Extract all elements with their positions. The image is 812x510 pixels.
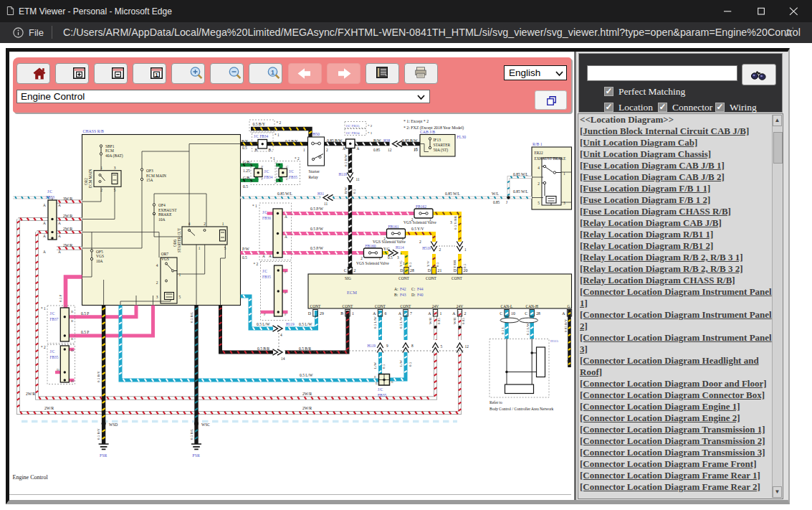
svg-text:0.5 B/Y: 0.5 B/Y (253, 122, 265, 126)
svg-text:* 2: * 2 (254, 262, 259, 266)
svg-text:0.5: 0.5 (242, 255, 247, 260)
svg-text:20: 20 (464, 268, 468, 273)
svg-text:E: E (374, 375, 376, 379)
svg-text:Body Control / Controller Area: Body Control / Controller Area Network (489, 407, 554, 411)
svg-text:W/L: W/L (492, 192, 500, 196)
svg-text:* 2: FXZ (Except 2018 Year Mod: * 2: FXZ (Except 2018 Year Model) (403, 126, 464, 131)
svg-text:WSD: WSD (109, 422, 118, 427)
svg-text:OF4: OF4 (158, 203, 166, 207)
svg-text:D: D (308, 311, 311, 316)
svg-text:VGS: VGS (161, 257, 169, 261)
svg-text:FB35: FB35 (289, 175, 297, 179)
svg-text:J/C: J/C (378, 387, 383, 392)
svg-text:0.85: 0.85 (373, 148, 381, 152)
svg-text:2: 2 (464, 311, 467, 316)
svg-text:3: 3 (156, 295, 158, 299)
svg-text:C:: C: (411, 287, 416, 291)
svg-text:0.5 Y/V: 0.5 Y/V (411, 227, 424, 231)
svg-text:4: 4 (538, 166, 540, 170)
svg-text:0.5 L/W: 0.5 L/W (300, 373, 313, 377)
svg-text:SBF1: SBF1 (105, 144, 115, 148)
svg-text:10: 10 (511, 311, 515, 316)
svg-text:VGS Solenoid Valve: VGS Solenoid Valve (403, 220, 436, 225)
svg-text:0.5 B/R: 0.5 B/R (299, 346, 311, 351)
svg-text:E: E (391, 380, 393, 384)
svg-text:H119: H119 (338, 172, 347, 176)
svg-text:J: J (506, 200, 507, 204)
svg-text:B:: B: (394, 293, 398, 297)
svg-text:0.85: 0.85 (462, 318, 465, 324)
svg-text:2W/R: 2W/R (26, 392, 35, 396)
svg-text:A: A (562, 311, 565, 316)
svg-text:FB35: FB35 (50, 355, 59, 359)
svg-text:4: 4 (188, 222, 191, 226)
svg-text:A: A (58, 250, 61, 254)
svg-text:3: 3 (114, 166, 116, 170)
svg-text:0.5 P: 0.5 P (81, 330, 89, 334)
svg-text:0.5 L/W: 0.5 L/W (399, 316, 403, 329)
svg-text:IF13: IF13 (434, 138, 441, 142)
svg-text:A: A (343, 146, 345, 151)
svg-text:5: 5 (441, 344, 443, 349)
svg-text:0.5 B/R: 0.5 B/R (257, 346, 269, 351)
svg-text:FL30: FL30 (457, 135, 467, 139)
svg-text:C: C (286, 165, 289, 169)
svg-text:STARTER: STARTER (434, 143, 451, 147)
svg-text:2W/R: 2W/R (63, 214, 72, 218)
svg-text:2: 2 (411, 217, 414, 222)
svg-text:C: C (500, 311, 502, 316)
svg-text:2W/R: 2W/R (302, 406, 312, 410)
svg-text:J/C: J/C (50, 311, 56, 316)
svg-text:H119: H119 (286, 322, 295, 326)
svg-text:Relay: Relay (309, 175, 319, 179)
svg-text:2: 2 (383, 237, 386, 241)
svg-text:FB35: FB35 (378, 393, 386, 397)
svg-text:A: A (357, 146, 360, 151)
svg-text:F43: F43 (400, 293, 406, 297)
svg-text:0.5 P/W: 0.5 P/W (310, 207, 324, 211)
svg-text:5: 5 (224, 246, 226, 250)
svg-text:D: D (57, 368, 59, 372)
svg-text:1: 1 (352, 311, 354, 316)
svg-text:0.85 B/W: 0.85 B/W (402, 138, 418, 143)
svg-text:FB161: FB161 (388, 225, 399, 229)
svg-text:B/W: B/W (373, 138, 381, 143)
svg-text:4: 4 (280, 333, 282, 337)
svg-text:40A (BAT): 40A (BAT) (105, 154, 123, 159)
svg-text:1: 1 (440, 311, 442, 316)
svg-text:12: 12 (388, 148, 392, 152)
svg-text:* 1: * 1 (368, 131, 373, 135)
svg-text:0.5: 0.5 (409, 262, 412, 267)
svg-text:0.85: 0.85 (437, 318, 441, 324)
svg-text:1: 1 (199, 246, 201, 250)
svg-text:FSR: FSR (100, 453, 107, 458)
svg-text:4: 4 (156, 263, 158, 268)
svg-text:J/C: J/C (289, 169, 295, 174)
svg-text:3: 3 (563, 201, 565, 205)
svg-text:0.5 L/W: 0.5 L/W (526, 323, 530, 335)
svg-text:H115: H115 (550, 339, 558, 343)
svg-text:6: 6 (385, 311, 387, 316)
svg-text:A: A (398, 311, 402, 316)
svg-text:B/W: B/W (344, 186, 348, 194)
svg-text:D: D (454, 268, 457, 273)
svg-text:OR7: OR7 (161, 252, 169, 256)
svg-text:J/C: J/C (262, 269, 268, 273)
svg-text:CONT: CONT (310, 304, 322, 308)
svg-text:24V: 24V (432, 304, 439, 308)
svg-text:B: B (71, 319, 74, 323)
svg-text:2: 2 (439, 247, 441, 252)
svg-text:A: A (58, 221, 61, 225)
svg-text:FB160: FB160 (366, 244, 376, 248)
svg-text:Y/BR: Y/BR (453, 260, 457, 268)
svg-text:FB37: FB37 (50, 317, 59, 321)
svg-text:11: 11 (356, 177, 360, 181)
svg-text:2: 2 (360, 256, 363, 260)
svg-text:0.85 W/L: 0.85 W/L (513, 189, 529, 194)
svg-text:L/W: L/W (373, 362, 377, 369)
svg-text:B: B (71, 337, 74, 341)
svg-text:0.5 L: 0.5 L (501, 326, 505, 334)
svg-text:CONT: CONT (343, 304, 354, 308)
svg-text:A: A (452, 311, 456, 316)
svg-text:12: 12 (465, 344, 469, 349)
